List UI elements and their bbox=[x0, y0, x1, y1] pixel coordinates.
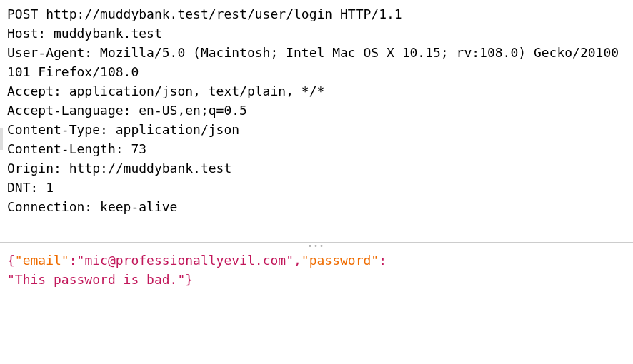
json-colon-2: : bbox=[379, 253, 387, 268]
json-close-brace: } bbox=[185, 272, 193, 287]
header-user-agent: User-Agent: Mozilla/5.0 (Macintosh; Inte… bbox=[7, 45, 619, 79]
json-colon: : bbox=[69, 253, 77, 268]
json-open-brace: { bbox=[7, 253, 15, 268]
header-accept: Accept: application/json, text/plain, */… bbox=[7, 84, 324, 98]
header-origin: Origin: http://muddybank.test bbox=[7, 161, 231, 176]
pane-divider-grip-icon[interactable]: ••• bbox=[308, 241, 325, 251]
request-headers-pane[interactable]: POST http://muddybank.test/rest/user/log… bbox=[0, 0, 633, 243]
header-dnt: DNT: 1 bbox=[7, 180, 54, 195]
json-comma: , bbox=[294, 253, 301, 268]
header-content-type: Content-Type: application/json bbox=[7, 122, 239, 137]
request-body-pane[interactable]: •••{"email":"mic@professionallyevil.com"… bbox=[0, 243, 633, 293]
json-value-password: "This password is bad." bbox=[7, 272, 185, 287]
header-content-length: Content-Length: 73 bbox=[7, 141, 146, 156]
json-value-email: "mic@professionallyevil.com" bbox=[77, 253, 294, 268]
request-line: POST http://muddybank.test/rest/user/log… bbox=[7, 6, 402, 21]
header-connection: Connection: keep-alive bbox=[7, 199, 177, 214]
header-accept-language: Accept-Language: en-US,en;q=0.5 bbox=[7, 103, 247, 118]
json-key-password: "password" bbox=[301, 253, 379, 268]
header-host: Host: muddybank.test bbox=[7, 26, 162, 41]
json-key-email: "email" bbox=[15, 253, 69, 268]
left-resize-handle[interactable] bbox=[0, 128, 3, 150]
